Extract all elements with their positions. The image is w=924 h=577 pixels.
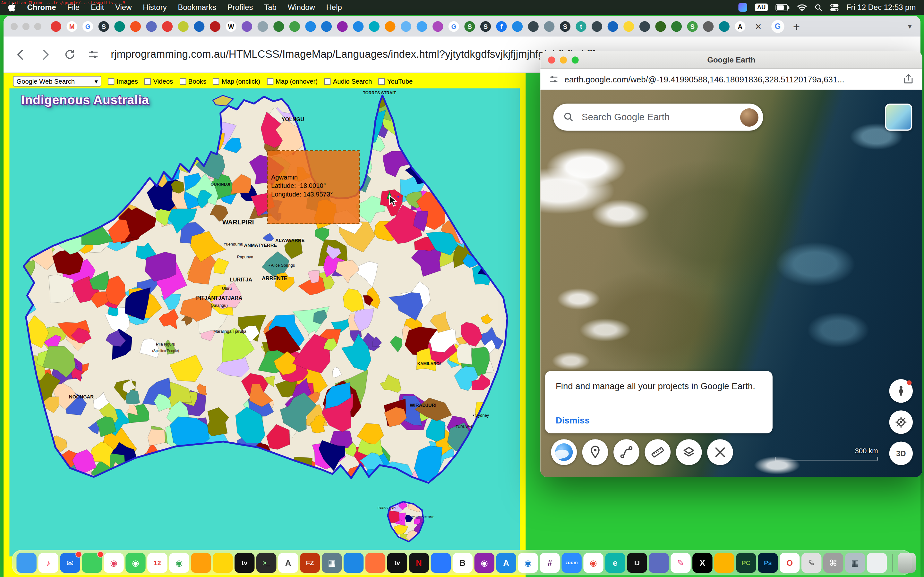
pinned-tab-favicon[interactable]: W (226, 21, 236, 31)
australia-language-map-svg[interactable]: TORRES STRAITYOLNGUGURINDJIWARLPIRIYuend… (9, 89, 520, 556)
pinned-tab-favicon[interactable] (624, 21, 634, 31)
site-settings-icon[interactable] (88, 49, 99, 60)
dock-icon[interactable] (344, 553, 363, 572)
close-tab-icon[interactable]: ✕ (755, 21, 762, 31)
dock-icon[interactable]: N (409, 553, 429, 572)
pinned-tab-favicon[interactable]: S (99, 21, 109, 31)
pinned-tab-favicon[interactable]: S (560, 21, 570, 31)
dock-icon[interactable]: ♪ (38, 553, 58, 572)
pinned-tab-favicon[interactable]: S (687, 21, 698, 31)
earth-title-bar[interactable]: Google Earth (540, 51, 922, 69)
dock-icon[interactable] (213, 553, 233, 572)
pinned-tab-favicon[interactable] (671, 21, 682, 31)
pinned-tab-favicon[interactable] (353, 21, 363, 31)
earth-satellite-view[interactable]: Search Google Earth Find and manage all … (540, 90, 922, 477)
checkbox-videos[interactable]: Videos (144, 77, 173, 85)
pinned-tab-favicon[interactable] (321, 21, 332, 31)
new-tab-button[interactable]: + (793, 20, 800, 32)
dock-icon[interactable]: A (278, 553, 298, 572)
menu-history[interactable]: History (143, 3, 166, 12)
indigenous-australia-map[interactable]: TORRES STRAITYOLNGUGURINDJIWARLPIRIYuend… (9, 89, 520, 556)
pinned-tab-favicon[interactable] (591, 21, 602, 31)
menu-help[interactable]: Help (326, 3, 342, 12)
pinned-tab-favicon[interactable] (607, 21, 618, 31)
pinned-tab-favicon[interactable] (528, 21, 539, 31)
minimize-window-button[interactable] (560, 56, 567, 63)
menu-bookmarks[interactable]: Bookmarks (178, 3, 216, 12)
pinned-tab-favicon[interactable]: S (464, 21, 475, 31)
dock-icon[interactable]: B (453, 553, 473, 572)
tools-button[interactable] (707, 439, 733, 465)
overview-minimap[interactable] (885, 103, 912, 131)
path-button[interactable] (614, 439, 640, 465)
menu-window[interactable]: Window (288, 3, 315, 12)
checkbox-books[interactable]: Books (179, 77, 206, 85)
tab-search-chevron-icon[interactable]: ▾ (908, 22, 911, 31)
dock-icon[interactable] (649, 553, 669, 572)
pinned-tab-favicon[interactable] (289, 21, 300, 31)
dock-icon[interactable]: ⌘ (823, 553, 843, 572)
pinned-tab-favicon[interactable] (194, 21, 204, 31)
earth-search-bar[interactable]: Search Google Earth (553, 103, 763, 131)
pinned-tab-favicon[interactable] (130, 21, 141, 31)
checkbox-box[interactable] (267, 78, 273, 84)
dock-icon[interactable]: ✎ (801, 553, 821, 572)
dock-icon[interactable] (191, 553, 211, 572)
address-bar[interactable]: earth.google.com/web/@-19.41990588,146.1… (565, 74, 845, 84)
dock-icon[interactable]: O (780, 553, 800, 572)
pinned-tab-favicon[interactable] (719, 21, 730, 31)
checkbox-youtube[interactable]: YouTube (378, 77, 413, 85)
dock-icon[interactable]: Ps (758, 553, 778, 572)
checkbox-box[interactable] (108, 78, 114, 84)
dock-icon[interactable] (714, 553, 734, 572)
dock-icon[interactable]: ▦ (845, 553, 865, 572)
pegman-button[interactable] (889, 379, 913, 403)
dock-icon[interactable] (431, 553, 451, 572)
pinned-tab-favicon[interactable] (369, 21, 380, 31)
globe-layers-button[interactable] (551, 439, 577, 465)
input-source-indicator[interactable]: AU (754, 3, 768, 11)
pinned-tab-favicon[interactable] (146, 21, 157, 31)
pinned-tab-favicon[interactable]: G (82, 21, 93, 31)
menu-tab[interactable]: Tab (264, 3, 276, 12)
pinned-tab-favicon[interactable] (242, 21, 252, 31)
pinned-tab-favicon[interactable] (544, 21, 554, 31)
dock-icon[interactable]: e (605, 553, 625, 572)
checkbox-audio-search[interactable]: Audio Search (324, 77, 372, 85)
dock-icon[interactable]: 12 (147, 553, 167, 572)
pinned-tab-favicon[interactable] (210, 21, 220, 31)
pinned-tab-favicon[interactable] (417, 21, 427, 31)
dock-icon[interactable]: ◉ (475, 553, 494, 572)
dock-icon[interactable]: ▦ (322, 553, 342, 572)
layers-button[interactable] (676, 439, 702, 465)
my-location-button[interactable] (889, 410, 913, 434)
pinned-tab-favicon[interactable] (305, 21, 316, 31)
pinned-tab-favicon[interactable] (51, 21, 61, 31)
dock-icon[interactable] (82, 553, 102, 572)
pinned-tab-favicon[interactable] (401, 21, 411, 31)
pinned-tab-favicon[interactable]: S (480, 21, 491, 31)
pinned-tab-favicon[interactable] (655, 21, 666, 31)
dock-icon[interactable]: >_ (256, 553, 276, 572)
search-engine-select[interactable]: Google Web Search ▾ (13, 76, 102, 87)
dock-icon[interactable]: ◉ (103, 553, 124, 572)
pinned-tab-favicon[interactable] (162, 21, 173, 31)
dock-icon[interactable]: ✎ (670, 553, 690, 572)
dismiss-link[interactable]: Dismiss (556, 415, 590, 425)
back-icon[interactable] (14, 48, 27, 61)
dock-icon[interactable]: tv (387, 553, 407, 572)
pinned-tab-favicon[interactable] (640, 21, 650, 31)
pinned-tab-favicon[interactable]: M (67, 21, 78, 31)
pinned-tab-favicon[interactable]: f (496, 21, 507, 31)
dock-icon[interactable]: tv (234, 553, 254, 572)
pinned-tab-favicon[interactable] (703, 21, 714, 31)
battery-icon[interactable] (776, 4, 790, 11)
dock-icon[interactable]: A (496, 553, 516, 572)
dock-icon[interactable]: zoom (561, 553, 582, 572)
checkbox-box[interactable] (144, 78, 151, 84)
checkbox-box[interactable] (378, 78, 384, 84)
checkbox-box[interactable] (324, 78, 330, 84)
site-settings-icon[interactable] (549, 74, 559, 84)
pinned-tab-favicon[interactable]: A (735, 21, 745, 31)
spotlight-icon[interactable] (814, 3, 823, 11)
